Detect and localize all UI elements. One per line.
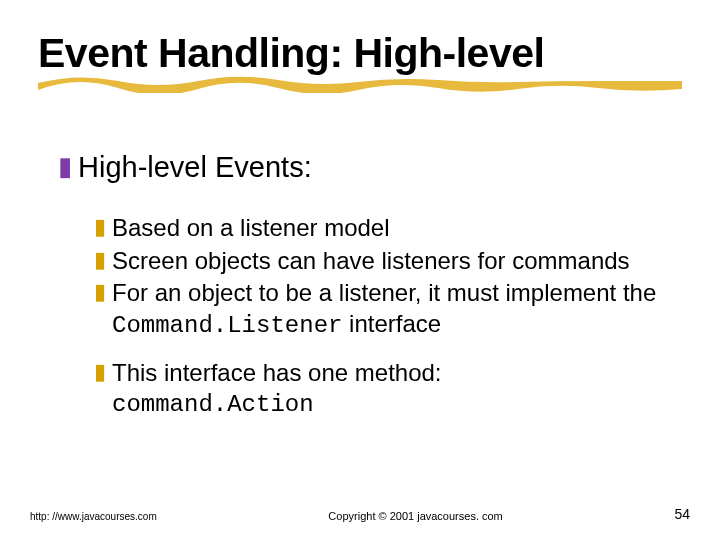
footer-page-number: 54 xyxy=(674,506,690,522)
body: ▮ High-level Events: ▮ Based on a listen… xyxy=(58,150,678,423)
footer-copyright: Copyright © 2001 javacourses. com xyxy=(328,510,502,522)
level2-text: For an object to be a listener, it must … xyxy=(112,278,678,341)
bullet-level2-icon: ▮ xyxy=(94,278,106,306)
sub-list: ▮ Based on a listener model ▮ Screen obj… xyxy=(94,213,678,421)
level1-text: High-level Events: xyxy=(78,150,312,185)
text-fragment: For an object to be a listener, it must … xyxy=(112,279,656,306)
slide: Event Handling: High-level ▮ High-level … xyxy=(0,0,720,540)
level2-item: ▮ Screen objects can have listeners for … xyxy=(94,246,678,277)
title-underline xyxy=(38,69,682,93)
level2-text: Screen objects can have listeners for co… xyxy=(112,246,678,277)
level1-item: ▮ High-level Events: xyxy=(58,150,678,185)
level2-item: ▮ For an object to be a listener, it mus… xyxy=(94,278,678,341)
footer-url: http: //www.javacourses.com xyxy=(30,511,157,522)
title-area: Event Handling: High-level xyxy=(38,32,682,89)
text-fragment: This interface has one method: xyxy=(112,359,442,386)
bullet-level2-icon: ▮ xyxy=(94,246,106,274)
level2-text: This interface has one method: command.A… xyxy=(112,358,678,421)
spacer xyxy=(94,344,678,358)
level2-text: Based on a listener model xyxy=(112,213,678,244)
bullet-level1-icon: ▮ xyxy=(58,150,72,182)
bullet-level2-icon: ▮ xyxy=(94,358,106,386)
code-fragment: command.Action xyxy=(112,391,314,418)
bullet-level2-icon: ▮ xyxy=(94,213,106,241)
level2-item: ▮ Based on a listener model xyxy=(94,213,678,244)
code-fragment: Command.Listener xyxy=(112,312,342,339)
text-fragment: interface xyxy=(342,310,441,337)
level2-item: ▮ This interface has one method: command… xyxy=(94,358,678,421)
footer: http: //www.javacourses.com Copyright © … xyxy=(30,506,690,522)
